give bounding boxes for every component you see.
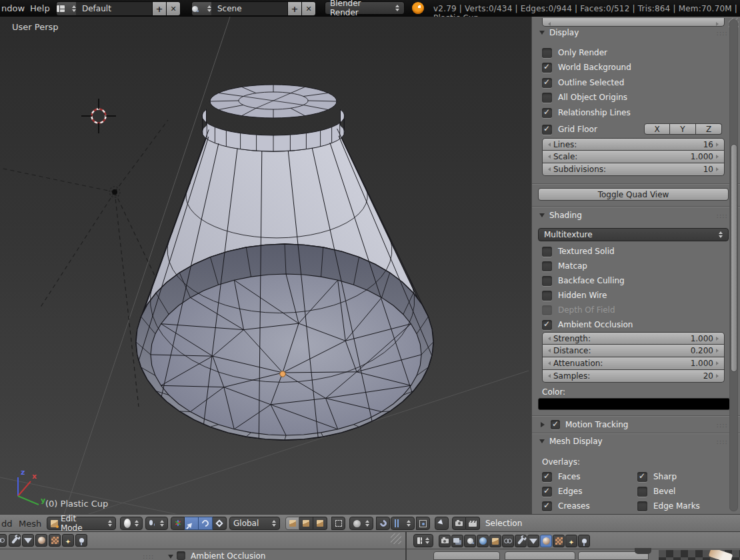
screen-layout-name-field[interactable]: Default [76,2,152,15]
editor-divider[interactable] [405,532,407,560]
scene-browse-button[interactable] [192,2,211,15]
tab-texture[interactable] [49,534,61,547]
tab-scene[interactable] [464,535,476,547]
render-engine-dropdown[interactable]: Blender Render [325,1,405,15]
screen-layout-browse-button[interactable] [57,2,76,15]
tab-constraints[interactable] [502,535,514,547]
clipped-button[interactable] [505,551,575,560]
proportional-edit-dropdown[interactable] [349,517,373,530]
menu-help[interactable]: Help [30,3,50,13]
limit-selection-visible-button[interactable] [331,517,345,530]
tab-object[interactable] [489,535,501,547]
collapse-triangle-icon[interactable] [168,555,173,560]
snap-target-button[interactable] [416,517,430,530]
panel-drag-dots-icon[interactable] [717,29,728,37]
shading-mode-dropdown[interactable]: Multitexture [538,228,729,241]
vertex-select-button[interactable] [285,517,299,530]
checkbox-grid-floor[interactable] [542,125,552,135]
tab-constraints[interactable] [0,534,7,547]
opengl-render-image-button[interactable] [452,517,466,530]
tab-particles[interactable] [565,535,577,547]
tab-physics[interactable] [75,534,87,547]
panel-header-mesh-display[interactable]: Mesh Display [538,436,603,447]
editor-corner-grip[interactable] [391,533,401,544]
tab-object-data[interactable] [22,534,34,547]
slider-subdivisions[interactable]: Subdivisions: 10 [542,163,725,176]
tab-render[interactable] [439,535,451,547]
delete-scene-button[interactable] [301,2,315,15]
tab-world[interactable] [477,535,489,547]
checkbox-faces[interactable] [542,472,552,482]
checkbox-sharp[interactable] [637,472,647,482]
delete-screen-layout-button[interactable] [166,2,180,15]
face-select-button[interactable] [313,517,327,530]
slider-strength[interactable]: Strength: 1.000 [542,332,725,345]
manipulate-center-points-button[interactable] [435,517,449,530]
opengl-render-animation-button[interactable] [466,517,480,530]
manipulator-axis-button[interactable] [171,517,185,530]
mode-dropdown[interactable]: Edit Mode [47,517,116,530]
tab-object-data[interactable] [527,535,539,547]
tab-particles[interactable] [62,534,74,547]
panel-header-motion-tracking[interactable]: Motion Tracking [538,419,628,430]
checkbox-bevel[interactable] [637,487,647,497]
scrollbar-thumb[interactable] [731,144,737,372]
clipped-slider[interactable] [542,18,725,27]
panel-drag-dots-icon[interactable] [143,553,154,560]
checkbox-textured-solid[interactable] [542,247,552,257]
tab-material[interactable] [540,535,552,547]
snap-magnet-button[interactable] [376,517,390,530]
checkbox-backface-culling[interactable] [542,276,552,286]
checkbox-creases[interactable] [542,501,552,511]
checkbox-motion-tracking[interactable] [551,420,560,429]
scene-name-field[interactable]: Scene [211,2,287,15]
menu-add[interactable]: dd [1,519,13,529]
tab-modifiers[interactable] [9,534,21,547]
menu-mesh[interactable]: Mesh [19,519,41,529]
checkbox-relationship-lines[interactable] [542,108,552,118]
add-scene-button[interactable] [287,2,301,15]
add-screen-layout-button[interactable] [152,2,166,15]
manipulator-rotate-button[interactable] [199,517,213,530]
panel-header-display[interactable]: Display [538,27,579,38]
checkbox-only-render[interactable] [542,48,552,58]
checkbox-outline-selected[interactable] [542,78,552,88]
panel-header-shading[interactable]: Shading [538,210,582,221]
menu-window[interactable]: ndow [1,3,25,13]
slider-attenuation[interactable]: Attenuation: 1.000 [542,357,725,370]
viewport-canvas[interactable] [0,17,531,515]
axis-z-button[interactable]: Z [696,123,722,135]
clipped-button[interactable] [433,551,500,560]
manipulator-scale-button[interactable] [213,517,227,530]
checkbox-edge-marks[interactable] [637,501,647,511]
panel-drag-dots-icon[interactable] [717,421,728,429]
pivot-point-dropdown[interactable] [145,517,168,530]
slider-scale[interactable]: Scale: 1.000 [542,151,725,163]
tab-material[interactable] [35,534,47,547]
checkbox-world-background[interactable] [542,63,552,73]
ao-color-swatch[interactable] [538,398,730,410]
slider-distance[interactable]: Distance: 0.200 [542,345,725,357]
collapsed-panel-tab[interactable] [635,548,651,554]
checkbox-ambient-occlusion-panel[interactable] [177,551,185,560]
axis-x-button[interactable]: X [644,123,670,135]
toggle-quad-view-button[interactable]: Toggle Quad View [538,188,729,201]
tab-texture[interactable] [553,535,565,547]
checkbox-ambient-occlusion[interactable] [542,320,552,330]
tab-render-layers[interactable] [451,535,463,547]
slider-samples[interactable]: Samples: 20 [542,370,725,383]
scrollbar-track[interactable] [729,19,738,511]
checkbox-matcap[interactable] [542,261,552,271]
viewport-shading-dropdown[interactable] [120,517,143,530]
checkbox-all-object-origins[interactable] [542,93,552,103]
checkbox-edges[interactable] [542,487,552,497]
panel-drag-dots-icon[interactable] [717,212,728,219]
transform-orientation-dropdown[interactable]: Global [229,517,280,530]
slider-lines[interactable]: Lines: 16 [542,138,725,151]
editor-type-button[interactable] [413,534,433,547]
panel-drag-dots-icon[interactable] [717,438,728,445]
edge-select-button[interactable] [299,517,313,530]
axis-y-button[interactable]: Y [670,123,696,135]
tab-modifiers[interactable] [515,535,527,547]
checkbox-hidden-wire[interactable] [542,291,552,301]
